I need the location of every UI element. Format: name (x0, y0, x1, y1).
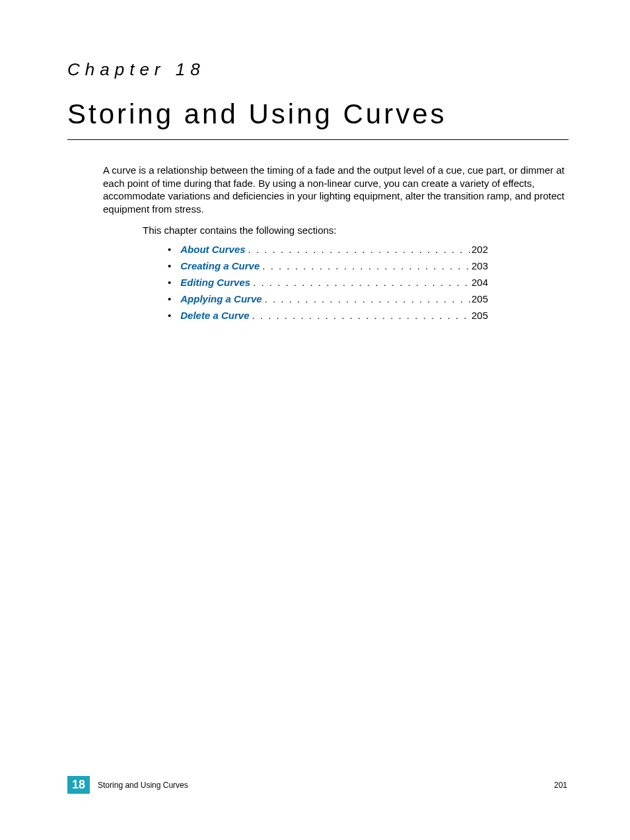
bullet-icon: • (168, 293, 171, 304)
toc-link-editing-curves[interactable]: Editing Curves (180, 277, 250, 288)
toc-link-applying-a-curve[interactable]: Applying a Curve (180, 293, 262, 304)
toc-page-number: 204 (472, 277, 488, 288)
bullet-icon: • (168, 260, 171, 271)
toc-dots (262, 293, 472, 304)
bullet-icon: • (168, 277, 171, 288)
toc-item: • Editing Curves 204 (168, 277, 488, 288)
toc-item: • Delete a Curve 205 (168, 310, 488, 321)
toc-page-number: 202 (472, 244, 488, 255)
toc-item: • About Curves 202 (168, 244, 488, 255)
toc-item: • Applying a Curve 205 (168, 293, 488, 304)
page-content: Chapter 18 Storing and Using Curves A cu… (0, 0, 630, 321)
chapter-title: Storing and Using Curves (67, 98, 569, 140)
toc-link-delete-a-curve[interactable]: Delete a Curve (180, 310, 249, 321)
chapter-number-badge: 18 (67, 776, 90, 794)
toc-dots (260, 260, 472, 271)
toc-item: • Creating a Curve 203 (168, 260, 488, 271)
footer-page-number: 201 (554, 781, 567, 790)
toc-page-number: 205 (472, 293, 488, 304)
chapter-label: Chapter 18 (67, 59, 567, 80)
sections-intro: This chapter contains the following sect… (143, 225, 567, 236)
footer-chapter-title: Storing and Using Curves (98, 781, 554, 790)
toc-page-number: 203 (472, 260, 488, 271)
toc-page-number: 205 (472, 310, 488, 321)
bullet-icon: • (168, 310, 171, 321)
toc-dots (249, 310, 471, 321)
bullet-icon: • (168, 244, 171, 255)
intro-paragraph: A curve is a relationship between the ti… (103, 164, 567, 215)
toc-dots (250, 277, 472, 288)
toc-link-about-curves[interactable]: About Curves (180, 244, 245, 255)
toc-list: • About Curves 202 • Creating a Curve 20… (168, 244, 567, 321)
toc-link-creating-a-curve[interactable]: Creating a Curve (180, 260, 260, 271)
toc-dots (246, 244, 472, 255)
page-footer: 18 Storing and Using Curves 201 (67, 776, 567, 794)
